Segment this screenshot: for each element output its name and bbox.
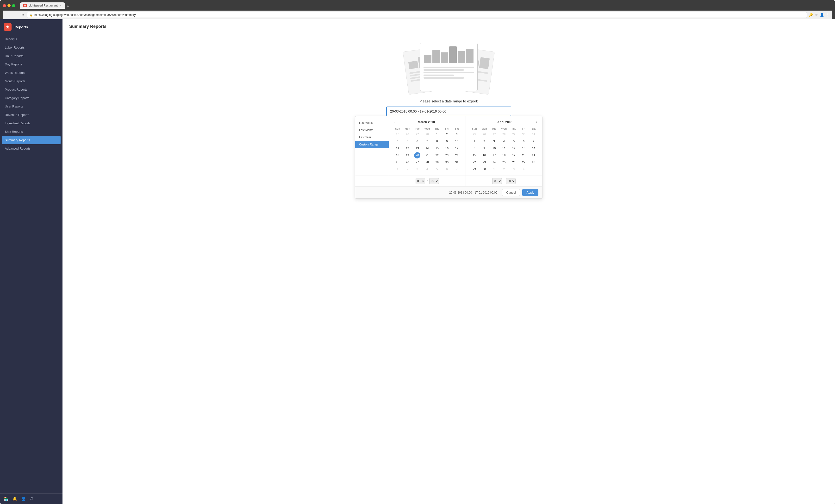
calendar-day[interactable]: 28 (425, 159, 429, 165)
calendar-day[interactable]: 5 (406, 139, 409, 144)
notification-icon[interactable]: 🔔 (13, 497, 17, 501)
calendar-day[interactable]: 27 (415, 132, 419, 137)
calendar-day[interactable]: 15 (435, 145, 439, 151)
calendar-day[interactable]: 2 (503, 166, 505, 172)
maximize-button[interactable] (12, 4, 15, 7)
calendar-day[interactable]: 29 (472, 166, 476, 172)
sidebar-item-labor-reports[interactable]: Labor Reports (0, 43, 62, 52)
sidebar-item-revenue-reports[interactable]: Revenue Reports (0, 110, 62, 119)
calendar-day[interactable]: 3 (455, 132, 458, 137)
calendar-day[interactable]: 19 (512, 153, 516, 158)
calendar-day[interactable]: 20 (414, 152, 421, 159)
quick-range-custom-range[interactable]: Custom Range (355, 141, 389, 148)
calendar-day[interactable]: 6 (446, 166, 448, 172)
calendar-day[interactable]: 21 (425, 153, 429, 158)
calendar-day[interactable]: 25 (472, 132, 476, 137)
calendar-day[interactable]: 12 (512, 145, 516, 151)
right-minute-select[interactable]: 00153045 (506, 178, 515, 184)
menu-icon[interactable]: ⋮ (826, 13, 829, 17)
sidebar-item-advanced-reports[interactable]: Advanced Reports (0, 144, 62, 153)
calendar-day[interactable]: 25 (395, 132, 400, 137)
calendar-day[interactable]: 23 (445, 153, 449, 158)
calendar-day[interactable]: 3 (493, 139, 495, 144)
key-icon[interactable]: 🔑 (809, 13, 813, 17)
calendar-day[interactable]: 25 (502, 159, 506, 165)
calendar-day[interactable]: 5 (512, 139, 515, 144)
calendar-day[interactable]: 8 (436, 139, 439, 144)
minimize-button[interactable] (7, 4, 11, 7)
calendar-day[interactable]: 26 (482, 132, 486, 137)
calendar-day[interactable]: 4 (503, 139, 505, 144)
calendar-day[interactable]: 7 (426, 139, 429, 144)
calendar-day[interactable]: 10 (492, 145, 496, 151)
date-input[interactable]: 20-03-2018 00:00 - 17-01-2019 00:00 (386, 106, 511, 116)
new-tab-button[interactable]: + (66, 4, 69, 9)
print-icon[interactable]: 🖨 (30, 497, 34, 501)
calendar-day[interactable]: 13 (522, 145, 526, 151)
calendar-day[interactable]: 26 (405, 159, 409, 165)
calendar-day[interactable]: 1 (436, 132, 439, 137)
calendar-day[interactable]: 7 (455, 166, 458, 172)
calendar-day[interactable]: 13 (415, 145, 419, 151)
calendar-day[interactable]: 9 (446, 139, 448, 144)
calendar-day[interactable]: 1 (493, 166, 495, 172)
url-bar[interactable]: 🔒 https://staging-staging-web.posios.com… (27, 12, 807, 18)
calendar-day[interactable]: 27 (415, 159, 419, 165)
calendar-day[interactable]: 17 (492, 153, 496, 158)
calendar-day[interactable]: 27 (522, 159, 526, 165)
calendar-day[interactable]: 18 (395, 153, 400, 158)
sidebar-item-category-reports[interactable]: Category Reports (0, 94, 62, 102)
calendar-day[interactable]: 11 (502, 145, 506, 151)
sidebar-item-shift-reports[interactable]: Shift Reports (0, 127, 62, 136)
calendar-day[interactable]: 2 (406, 166, 409, 172)
calendar-day[interactable]: 4 (523, 166, 525, 172)
calendar-day[interactable]: 5 (532, 166, 535, 172)
calendar-day[interactable]: 28 (531, 159, 535, 165)
store-icon[interactable]: 🏪 (4, 497, 9, 501)
calendar-day[interactable]: 4 (426, 166, 429, 172)
quick-range-last-month[interactable]: Last Month (355, 126, 389, 134)
quick-range-last-week[interactable]: Last Week (355, 119, 389, 126)
sidebar-item-week-reports[interactable]: Week Reports (0, 68, 62, 77)
calendar-day[interactable]: 10 (455, 139, 459, 144)
forward-button[interactable]: → (13, 13, 18, 17)
calendar-day[interactable]: 1 (396, 166, 399, 172)
left-minute-select[interactable]: 00153045 (429, 178, 439, 184)
reload-button[interactable]: ↻ (20, 13, 25, 17)
calendar-day[interactable]: 19 (405, 153, 409, 158)
calendar-day[interactable]: 21 (531, 153, 535, 158)
profile-icon[interactable]: 👤 (820, 13, 824, 17)
calendar-day[interactable]: 30 (482, 166, 486, 172)
calendar-day[interactable]: 6 (523, 139, 525, 144)
active-tab[interactable]: Lightspeed Restaurant ✕ (20, 2, 65, 9)
calendar-day[interactable]: 27 (492, 132, 496, 137)
tab-close-icon[interactable]: ✕ (60, 4, 62, 7)
calendar-day[interactable]: 3 (416, 166, 419, 172)
sidebar-item-month-reports[interactable]: Month Reports (0, 77, 62, 85)
close-button[interactable] (3, 4, 6, 7)
sidebar-item-ingredient-reports[interactable]: Ingredient Reports (0, 119, 62, 127)
calendar-day[interactable]: 25 (395, 159, 400, 165)
calendar-day[interactable]: 9 (483, 145, 486, 151)
calendar-day[interactable]: 14 (425, 145, 429, 151)
calendar-day[interactable]: 29 (435, 159, 439, 165)
sidebar-item-hour-reports[interactable]: Hour Reports (0, 52, 62, 60)
calendar-day[interactable]: 31 (455, 159, 459, 165)
calendar-day[interactable]: 18 (502, 153, 506, 158)
calendar-day[interactable]: 26 (405, 132, 409, 137)
sidebar-item-summary-reports[interactable]: Summary Reports (2, 136, 61, 144)
calendar-day[interactable]: 6 (416, 139, 419, 144)
calendar-day[interactable]: 8 (473, 145, 476, 151)
quick-range-last-year[interactable]: Last Year (355, 134, 389, 141)
calendar-day[interactable]: 16 (482, 153, 486, 158)
calendar-day[interactable]: 24 (492, 159, 496, 165)
left-hour-select[interactable]: 0123 4567 891011 12131415 16171819 20212… (415, 178, 425, 184)
sidebar-item-receipts[interactable]: Receipts (0, 35, 62, 43)
sidebar-item-user-reports[interactable]: User Reports (0, 102, 62, 110)
apply-button[interactable]: Apply (522, 189, 538, 196)
calendar-day[interactable]: 17 (455, 145, 459, 151)
calendar-day[interactable]: 5 (436, 166, 439, 172)
calendar-day[interactable]: 16 (445, 145, 449, 151)
calendar-day[interactable]: 26 (512, 159, 516, 165)
calendar-day[interactable]: 22 (472, 159, 476, 165)
